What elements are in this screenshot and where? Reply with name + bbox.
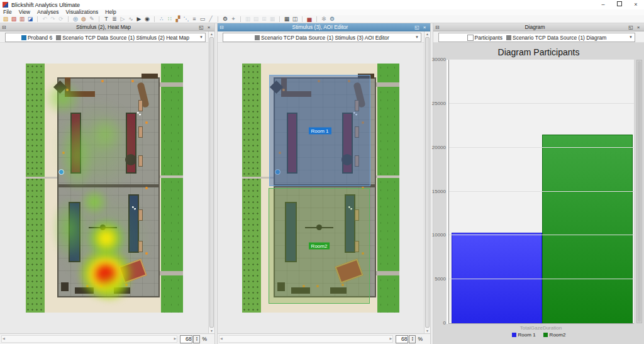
horizontal-scrollbar[interactable]: ◀ ▶ xyxy=(1,335,177,343)
refresh-icon[interactable]: ⟳ xyxy=(58,16,64,23)
panel-menu-icon[interactable]: ⊟ xyxy=(2,25,9,30)
mini-chart-icon[interactable]: ▅ xyxy=(306,16,313,23)
zoom-control: 68 ▲▼ % xyxy=(396,335,423,343)
close-panel-icon[interactable]: × xyxy=(421,25,428,30)
stamp-icon[interactable]: ✎ xyxy=(89,16,95,23)
aoi-room-2[interactable]: Room2 xyxy=(269,188,370,304)
minimize-button[interactable]: – xyxy=(595,0,611,9)
close-panel-icon[interactable]: × xyxy=(205,25,213,30)
text-tool-icon[interactable]: T xyxy=(103,16,109,23)
map-torch xyxy=(145,187,148,189)
aoi-room-1[interactable]: Room 1 xyxy=(269,75,370,186)
scrollbar-thumb[interactable] xyxy=(638,61,641,322)
open-icon[interactable]: ▧ xyxy=(11,16,17,23)
zoom-input[interactable]: 68 xyxy=(396,335,408,343)
menu-file[interactable]: File xyxy=(3,9,12,15)
chevron-down-icon[interactable]: ▼ xyxy=(199,35,203,39)
aoi-source-dropdown[interactable]: Scenario TCP Data Source (1) Stimulus (3… xyxy=(223,33,421,42)
rows-icon[interactable]: ▤ xyxy=(253,16,259,23)
toolbar-separator xyxy=(68,16,69,22)
signal-icon[interactable]: ∿ xyxy=(128,16,134,23)
new-icon[interactable]: ▨ xyxy=(3,16,9,23)
zoom-unit: % xyxy=(202,336,207,342)
list-icon[interactable]: ≣ xyxy=(111,16,118,23)
map-infodot xyxy=(58,169,64,175)
heatmap-stimulus-image[interactable] xyxy=(26,64,183,313)
legend-label: Room 1 xyxy=(518,332,536,338)
scrollbar-thumb[interactable] xyxy=(209,37,214,328)
marker-icon[interactable]: ◍ xyxy=(80,16,87,23)
scroll-left-icon[interactable]: ◀ xyxy=(3,336,5,340)
scanpath-icon[interactable]: ∴ xyxy=(158,16,165,23)
diagram-scrollbar[interactable] xyxy=(636,60,642,323)
close-button[interactable]: × xyxy=(628,0,644,9)
vertical-scrollbar[interactable]: ▲ ▼ xyxy=(424,31,430,333)
options-icon[interactable]: ✻ xyxy=(321,16,327,23)
play-icon[interactable]: ▶ xyxy=(136,16,142,23)
eye-icon[interactable]: ◉ xyxy=(144,16,150,23)
zoom-input[interactable]: 68 xyxy=(180,335,192,343)
zoom-stepper[interactable]: ▲▼ xyxy=(409,335,416,343)
table-icon[interactable]: ⊞ xyxy=(261,16,267,23)
bars xyxy=(452,60,633,323)
panel-menu-icon[interactable]: ⊟ xyxy=(435,25,443,30)
aoi-panel-header[interactable]: ⊟ Stimulus (3), AOI Editor ◱ × xyxy=(218,23,430,31)
scrollbar-thumb[interactable] xyxy=(425,37,430,328)
diagram-panel-header[interactable]: ⊟ Diagram ◱ × xyxy=(433,23,644,31)
chevron-down-icon[interactable]: ▼ xyxy=(415,35,419,39)
float-panel-icon[interactable]: ◱ xyxy=(413,25,421,30)
map-torch xyxy=(62,152,65,154)
fixation-icon[interactable]: ∷ xyxy=(167,16,173,23)
scroll-right-icon[interactable]: ▶ xyxy=(174,336,177,340)
branch-icon[interactable]: ▷ xyxy=(119,16,126,23)
float-panel-icon[interactable]: ◱ xyxy=(627,25,635,30)
import-icon[interactable]: ▥ xyxy=(19,16,25,23)
heatmap-panel-header[interactable]: ⊟ Stimulus (2), Heat Map ◱ × xyxy=(0,23,214,31)
panel-menu-icon[interactable]: ⊟ xyxy=(219,25,227,30)
scroll-up-icon[interactable]: ▲ xyxy=(209,32,214,36)
scroll-down-icon[interactable]: ▼ xyxy=(209,329,214,333)
zoom-stepper[interactable]: ▲▼ xyxy=(193,335,200,343)
bar-room2[interactable] xyxy=(542,135,633,323)
scroll-up-icon[interactable]: ▲ xyxy=(425,32,430,36)
aoi-stimulus-image[interactable]: Room 1 Room2 xyxy=(242,64,399,313)
toolbar-separator xyxy=(154,16,155,22)
vertical-scrollbar[interactable]: ▲ ▼ xyxy=(208,31,214,333)
horizontal-scrollbar[interactable]: ◀ ▶ xyxy=(219,335,393,343)
trend-icon[interactable]: ▞ xyxy=(175,16,181,23)
table-view-icon[interactable]: ▦ xyxy=(284,16,290,23)
aoi-tool-icon[interactable]: ▭ xyxy=(199,16,206,23)
gear-icon[interactable]: ⚙ xyxy=(222,16,228,23)
scroll-down-icon[interactable]: ▼ xyxy=(425,329,430,333)
aoi-room-2-label[interactable]: Room2 xyxy=(309,243,330,250)
heatmap-source-dropdown[interactable]: Proband 6Scenario TCP Data Source (1) St… xyxy=(5,33,206,42)
cluster-icon[interactable]: ⋱ xyxy=(183,16,189,23)
aoi-room-1-label[interactable]: Room 1 xyxy=(308,127,331,134)
menu-view[interactable]: View xyxy=(19,9,30,15)
participant-icon[interactable]: ◎ xyxy=(72,16,79,23)
scroll-right-icon[interactable]: ▶ xyxy=(390,336,392,340)
map-torch xyxy=(86,285,89,287)
columns-icon[interactable]: ▥ xyxy=(245,16,251,23)
settings-gear-icon[interactable]: ⚙ xyxy=(329,16,335,23)
close-panel-icon[interactable]: × xyxy=(635,25,642,30)
map-torch xyxy=(145,252,148,255)
maximize-button[interactable] xyxy=(611,0,628,9)
pencil-icon[interactable]: ╱ xyxy=(208,16,214,23)
menu-help[interactable]: Help xyxy=(105,9,116,15)
diagram-source-dropdown[interactable]: ParticipantsScenario TCP Data Source (1)… xyxy=(438,33,635,42)
scroll-left-icon[interactable]: ◀ xyxy=(220,336,223,340)
menu-analyses[interactable]: Analyses xyxy=(37,9,59,15)
redo-icon[interactable]: ↷ xyxy=(50,16,56,23)
source-label: Scenario TCP Data Source (1) Stimulus (3… xyxy=(261,35,389,41)
pivot-view-icon[interactable]: ◫ xyxy=(292,16,298,23)
stats-table-icon[interactable]: ▦ xyxy=(269,16,275,23)
chevron-down-icon[interactable]: ▼ xyxy=(629,35,633,39)
sequence-icon[interactable]: ≡ xyxy=(191,16,197,23)
menu-visualizations[interactable]: Visualizations xyxy=(65,9,98,15)
bar-room-1[interactable] xyxy=(452,233,542,323)
undo-icon[interactable]: ↶ xyxy=(42,16,48,23)
float-panel-icon[interactable]: ◱ xyxy=(197,25,205,30)
save-icon[interactable]: ◪ xyxy=(27,16,33,23)
sparkle-icon[interactable]: ✦ xyxy=(230,16,236,23)
